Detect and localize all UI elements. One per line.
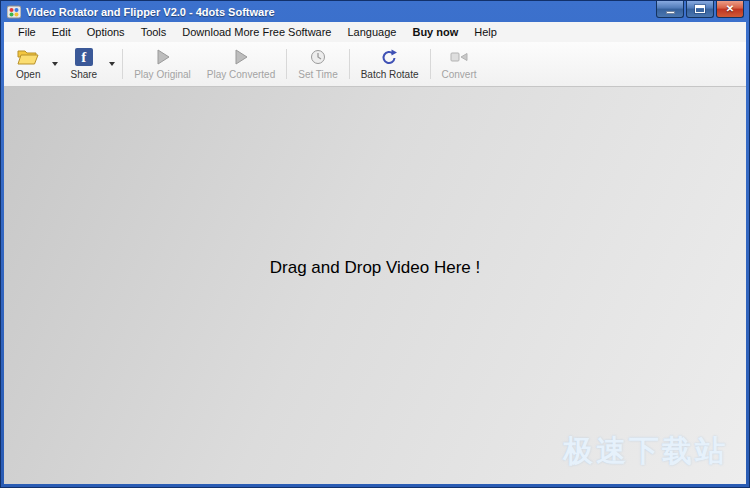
watermark-text: 极速下载站 [563, 431, 728, 472]
open-button[interactable]: Open [8, 44, 48, 84]
play-converted-label: Play Converted [207, 69, 275, 80]
menu-download-more-free-software[interactable]: Download More Free Software [174, 23, 339, 41]
convert-button[interactable]: Convert [434, 44, 485, 84]
menu-bar: File Edit Options Tools Download More Fr… [4, 22, 746, 42]
menu-tools[interactable]: Tools [133, 23, 175, 41]
convert-icon [450, 48, 468, 66]
set-time-label: Set Time [298, 69, 337, 80]
open-dropdown-button[interactable] [48, 44, 62, 84]
play-icon [155, 48, 171, 66]
menu-help[interactable]: Help [466, 23, 505, 41]
drop-hint-text: Drag and Drop Video Here ! [4, 258, 746, 278]
play-original-label: Play Original [134, 69, 191, 80]
maximize-button[interactable] [686, 1, 714, 18]
convert-label: Convert [442, 69, 477, 80]
batch-rotate-label: Batch Rotate [361, 69, 419, 80]
menu-language[interactable]: Language [340, 23, 405, 41]
toolbar: Open f Share Play Original Play Converte… [4, 42, 746, 87]
share-button[interactable]: f Share [62, 44, 105, 84]
chevron-down-icon [109, 62, 115, 66]
minimize-icon [666, 11, 675, 14]
window-controls: ✕ [654, 1, 744, 18]
menu-edit[interactable]: Edit [44, 23, 79, 41]
rotate-icon [381, 48, 398, 66]
toolbar-separator [430, 49, 431, 79]
menu-file[interactable]: File [10, 23, 44, 41]
play-original-button[interactable]: Play Original [126, 44, 199, 84]
menu-options[interactable]: Options [79, 23, 133, 41]
facebook-icon: f [75, 48, 93, 66]
folder-open-icon [17, 48, 39, 66]
clock-icon [310, 48, 326, 66]
minimize-button[interactable] [656, 1, 684, 18]
play-icon [233, 48, 249, 66]
menu-buy-now[interactable]: Buy now [404, 23, 466, 41]
app-window: Video Rotator and Flipper V2.0 - 4dots S… [0, 0, 750, 488]
chevron-down-icon [52, 62, 58, 66]
toolbar-separator [286, 49, 287, 79]
close-button[interactable]: ✕ [716, 1, 744, 18]
toolbar-separator [349, 49, 350, 79]
drop-area[interactable]: Drag and Drop Video Here ! 极速下载站 [4, 87, 746, 484]
play-converted-button[interactable]: Play Converted [199, 44, 283, 84]
share-button-label: Share [70, 69, 97, 80]
set-time-button[interactable]: Set Time [290, 44, 345, 84]
batch-rotate-button[interactable]: Batch Rotate [353, 44, 427, 84]
share-button-group: f Share [62, 44, 119, 84]
window-title: Video Rotator and Flipper V2.0 - 4dots S… [26, 6, 275, 18]
open-button-label: Open [16, 69, 40, 80]
maximize-icon [695, 5, 705, 13]
title-bar[interactable]: Video Rotator and Flipper V2.0 - 4dots S… [4, 1, 746, 22]
app-icon [7, 5, 21, 19]
share-dropdown-button[interactable] [105, 44, 119, 84]
toolbar-separator [122, 49, 123, 79]
close-icon: ✕ [726, 4, 734, 14]
open-button-group: Open [8, 44, 62, 84]
